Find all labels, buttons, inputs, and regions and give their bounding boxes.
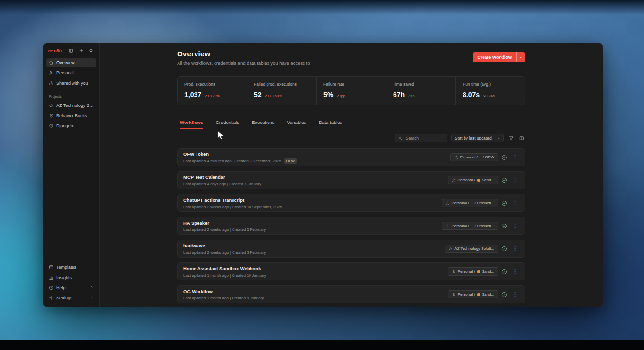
wallpaper-bottom-strip — [0, 340, 644, 350]
search-input[interactable] — [405, 135, 444, 141]
sidebar-item-overview[interactable]: Overview — [46, 58, 96, 67]
project-badge[interactable]: AZ Technology Soluti... — [445, 245, 498, 253]
workflow-title[interactable]: HA Speaker — [183, 220, 442, 226]
badge-label: Personal / ... / Producti... — [451, 201, 494, 205]
sidebar-item-settings[interactable]: Settings — [46, 294, 96, 302]
workflow-list: OFW Token Last updated 4 minutes ago | C… — [177, 148, 525, 303]
project-badge[interactable]: Personal / ... / Producti... — [442, 222, 498, 230]
project-badge[interactable]: Personal / ... / OFW — [450, 153, 498, 161]
workflow-meta: Last updated 2 weeks ago | Created 5 Feb… — [183, 228, 266, 232]
workflow-title[interactable]: ChatGPT actions Transcript — [183, 197, 442, 203]
sidebar-item-shared-with-you[interactable]: Shared with you — [46, 79, 96, 88]
project-badge[interactable]: Personal / Sand... — [448, 267, 498, 276]
row-menu-icon[interactable]: ⋮ — [511, 155, 519, 160]
workflow-row[interactable]: HA Speaker Last updated 2 weeks ago | Cr… — [177, 217, 525, 235]
status-active-icon[interactable] — [501, 177, 507, 183]
badge-label: Personal / ... / Producti... — [451, 224, 494, 228]
stat-label: Run time (avg.) — [463, 82, 518, 87]
workflow-tag[interactable]: OFW — [284, 158, 297, 164]
sidebar-item-help[interactable]: Help — [46, 283, 96, 292]
project-color-icon — [477, 293, 480, 296]
tab-executions[interactable]: Executions — [252, 120, 274, 129]
tab-data-tables[interactable]: Data tables — [319, 120, 342, 129]
sidebar-item-insights[interactable]: Insights — [46, 273, 96, 282]
tab-workflows[interactable]: Workflows — [180, 120, 203, 129]
row-menu-icon[interactable]: ⋮ — [511, 223, 519, 228]
status-inactive-icon[interactable] — [501, 155, 507, 160]
badge-label: AZ Technology Soluti... — [454, 246, 494, 251]
badge-label: Personal / ... / OFW — [460, 155, 494, 159]
workflow-title[interactable]: hackwave — [183, 243, 445, 248]
badge-label: Personal / — [458, 292, 475, 297]
workflow-meta: Last updated 1 month ago | Created 10 Ja… — [183, 273, 266, 278]
project-badge[interactable]: Personal / Sand... — [448, 176, 498, 184]
project-badge[interactable]: Personal / Sand... — [448, 290, 498, 298]
workflow-row[interactable]: ChatGPT actions Transcript Last updated … — [177, 194, 525, 212]
workflow-title[interactable]: OG Workflow — [183, 289, 448, 294]
stat-label: Failed prod. executions — [254, 82, 309, 87]
row-menu-icon[interactable]: ⋮ — [511, 292, 519, 297]
workflow-row[interactable]: Home Assistant Sandbox Webhook Last upda… — [177, 262, 525, 280]
create-workflow-label[interactable]: Create Workflow — [473, 55, 516, 60]
collapse-panel-icon[interactable] — [68, 47, 74, 54]
row-menu-icon[interactable]: ⋮ — [511, 269, 519, 274]
status-active-icon[interactable] — [501, 269, 507, 275]
status-active-icon[interactable] — [501, 200, 507, 206]
row-menu-icon[interactable]: ⋮ — [511, 177, 519, 183]
stat-delta: ↗18.79% — [204, 94, 220, 98]
project-badge[interactable]: Personal / ... / Producti... — [442, 199, 498, 207]
page-header: Overview All the workflows, credentials … — [177, 50, 310, 66]
row-menu-icon[interactable]: ⋮ — [511, 200, 519, 206]
status-active-icon[interactable] — [501, 292, 507, 298]
stat-delta: ↗1h — [408, 94, 415, 98]
logo-text: n8n — [54, 48, 62, 53]
filter-icon[interactable] — [508, 135, 515, 141]
workflow-meta: Last updated 1 month ago | Created 9 Jan… — [183, 296, 264, 300]
sidebar-item-personal[interactable]: Personal — [46, 69, 96, 77]
user-icon — [452, 293, 456, 297]
sidebar-item-label: Overview — [56, 60, 75, 65]
workflow-search[interactable] — [395, 134, 447, 142]
chevron-down-icon — [497, 136, 501, 140]
sidebar-item-label: AZ Technology Solut... — [56, 103, 94, 108]
project-color-icon — [477, 179, 480, 182]
project-icon — [49, 123, 54, 128]
workflow-meta: Last updated 2 weeks ago | Created 3 Feb… — [183, 250, 266, 255]
tab-variables[interactable]: Variables — [287, 120, 306, 129]
user-icon — [446, 224, 449, 228]
workflow-meta: Last updated 4 minutes ago | Created 2 D… — [183, 159, 281, 163]
page-title: Overview — [177, 50, 310, 58]
status-active-icon[interactable] — [501, 223, 507, 229]
user-icon — [452, 178, 456, 182]
main-area: Overview All the workflows, credentials … — [100, 43, 603, 307]
workflow-title[interactable]: MCP Test Calendar — [183, 175, 448, 180]
view-options-icon[interactable] — [519, 135, 525, 141]
sidebar-footer: Templates Insights Help Settings — [46, 263, 96, 304]
row-menu-icon[interactable]: ⋮ — [511, 246, 519, 251]
sort-dropdown[interactable]: Sort by last updated — [451, 134, 504, 142]
add-icon[interactable] — [78, 47, 85, 54]
chevron-right-icon — [90, 296, 94, 300]
sidebar-item-templates[interactable]: Templates — [46, 263, 96, 272]
sidebar-item-label: Settings — [56, 296, 72, 300]
create-workflow-button[interactable]: Create Workflow — [473, 52, 525, 62]
create-workflow-dropdown[interactable] — [516, 52, 525, 62]
sidebar-project-behavior-bucks[interactable]: Behavior Bucks — [46, 111, 96, 120]
chevron-right-icon — [90, 285, 94, 290]
sidebar-project-djangelic[interactable]: Djangelic — [46, 122, 96, 130]
home-icon — [49, 60, 54, 65]
workflow-row[interactable]: hackwave Last updated 2 weeks ago | Crea… — [177, 240, 525, 258]
stat-value: 67h — [393, 91, 405, 99]
workflow-row[interactable]: OFW Token Last updated 4 minutes ago | C… — [177, 148, 525, 166]
search-icon[interactable] — [88, 47, 95, 54]
workflow-title[interactable]: OFW Token — [183, 151, 450, 157]
workflow-title[interactable]: Home Assistant Sandbox Webhook — [183, 266, 448, 271]
workflow-row[interactable]: MCP Test Calendar Last updated 4 days ag… — [177, 171, 525, 189]
project-icon — [448, 247, 452, 251]
tab-credentials[interactable]: Credentials — [216, 120, 239, 129]
status-active-icon[interactable] — [501, 246, 507, 252]
stat-delta: ↗173.68% — [265, 94, 282, 98]
user-icon — [452, 270, 456, 274]
sidebar-project-az-technology[interactable]: AZ Technology Solut... — [46, 101, 96, 110]
workflow-row[interactable]: OG Workflow Last updated 1 month ago | C… — [177, 285, 525, 303]
